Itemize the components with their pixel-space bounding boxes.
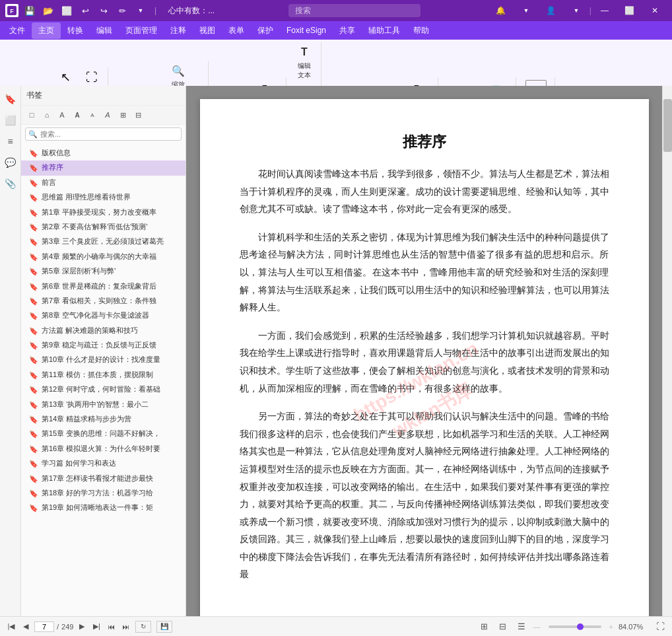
bookmark-search-box: 🔍	[25, 127, 182, 141]
account-dropdown[interactable]: ▼	[564, 0, 588, 21]
menu-comment[interactable]: 注释	[164, 22, 193, 39]
menu-edit[interactable]: 编辑	[90, 22, 119, 39]
search-icon: 🔍	[28, 130, 38, 139]
menu-esign[interactable]: Foxit eSign	[280, 23, 333, 38]
next-section-btn[interactable]: ⏭	[119, 621, 131, 633]
bookmark-item[interactable]: 🔖前言	[21, 176, 185, 190]
panel-header: 书签	[21, 86, 185, 106]
panel-toolbar: □ ⌂ A A A A ⊞ ⊟	[21, 106, 185, 125]
minimize-btn[interactable]: —	[593, 0, 617, 21]
bookmark-item[interactable]: 🔖第13章 '执两用中'的智慧：最小二	[21, 398, 185, 412]
current-page-input[interactable]: 7	[34, 621, 54, 632]
menu-protect[interactable]: 保护	[251, 22, 280, 39]
bm-tool-2[interactable]: ⌂	[40, 108, 53, 122]
dropdown-btn[interactable]: ▼	[133, 3, 148, 18]
close-btn[interactable]: ✕	[643, 0, 667, 21]
menu-accessibility[interactable]: 辅助工具	[362, 22, 407, 39]
bm-tool-3[interactable]: A	[55, 108, 69, 122]
customize-btn[interactable]: ✏	[115, 3, 129, 18]
prev-section-btn[interactable]: ⏮	[105, 621, 117, 633]
bookmark-item[interactable]: 🔖第9章 稳定与疏迁：负反馈与正反馈	[21, 338, 185, 353]
menu-convert[interactable]: 转换	[61, 22, 90, 39]
bookmark-item[interactable]: 🔖第15章 变换的思维：问题不好解决，	[21, 427, 185, 441]
notification-btn[interactable]: 🔔	[489, 0, 513, 21]
rotate-status-btn[interactable]: ↻	[135, 621, 151, 633]
undo-btn[interactable]: ↩	[78, 3, 92, 18]
menu-help[interactable]: 帮助	[407, 22, 436, 39]
menu-view[interactable]: 视图	[193, 22, 222, 39]
search-input[interactable]	[288, 4, 420, 17]
bookmark-item[interactable]: 🔖第3章 三个臭皮匠，无必须顶过诸葛亮	[21, 234, 185, 249]
quick-save-btn[interactable]: 💾	[22, 3, 37, 18]
fullscreen-btn[interactable]: ⛶	[654, 621, 667, 633]
panel-title: 书签	[26, 90, 42, 101]
bookmark-search-input[interactable]	[25, 127, 182, 141]
bookmark-item[interactable]: 🔖第8章 空气净化器与卡尔曼滤波器	[21, 308, 185, 323]
bm-tool-6[interactable]: A	[101, 108, 114, 122]
bookmark-item[interactable]: 🔖第5章 深层剖析'利与弊'	[21, 264, 185, 279]
bookmark-item[interactable]: 🔖第11章 模仿：抓住本质，摆脱限制	[21, 368, 185, 382]
last-page-btn[interactable]: ▶|	[90, 621, 102, 633]
bookmark-item[interactable]: 🔖第16章 模拟退火算：为什么年轻时要	[21, 442, 185, 456]
bookmark-item[interactable]: 🔖第18章 好的学习方法：机器学习给	[21, 486, 185, 501]
quick-open-btn[interactable]: 📂	[41, 3, 55, 18]
single-page-btn[interactable]: ⊞	[478, 621, 491, 633]
bookmark-item-label: 第16章 模拟退火算：为什么年轻时要	[42, 444, 160, 454]
bookmark-item[interactable]: 🔖第7章 看似相关，实则独立：条件独	[21, 294, 185, 308]
bookmark-item[interactable]: 🔖思维篇 用理性思维看待世界	[21, 190, 185, 205]
bookmark-item-label: 第10章 什么才是好的设计：找准度量	[42, 355, 160, 365]
bookmark-item[interactable]: 🔖第1章 平静接受现实，努力改变概率	[21, 205, 185, 220]
menu-form[interactable]: 表单	[222, 22, 251, 39]
quick-btn-3[interactable]: ⬜	[59, 3, 74, 18]
double-page-btn[interactable]: ⊟	[496, 621, 510, 633]
bookmark-item[interactable]: 🔖方法篇 解决难题的策略和技巧	[21, 324, 185, 338]
menu-file[interactable]: 文件	[3, 22, 32, 39]
bookmark-item[interactable]: 🔖推荐序	[21, 160, 185, 175]
bm-tool-7[interactable]: ⊞	[116, 108, 129, 122]
bookmark-item[interactable]: 🔖第10章 什么才是好的设计：找准度量	[21, 353, 185, 367]
side-layers-btn[interactable]: ≡	[3, 133, 18, 149]
bookmark-item-icon: 🔖	[29, 297, 38, 306]
prev-page-btn[interactable]: ◀	[20, 621, 32, 633]
side-attachment-btn[interactable]: 📎	[3, 176, 18, 192]
zoom-thumb[interactable]	[577, 623, 584, 630]
vertical-scrollbar[interactable]	[662, 86, 672, 616]
side-thumbnail-btn[interactable]: ⬜	[3, 112, 18, 128]
account-btn[interactable]: 👤	[539, 0, 563, 21]
bookmark-item-label: 前言	[42, 178, 56, 188]
bookmark-item[interactable]: 🔖版权信息	[21, 146, 185, 160]
bookmark-item[interactable]: 🔖第14章 精益求精与步步为营	[21, 412, 185, 427]
scroll-btn[interactable]: ☰	[515, 621, 528, 633]
bookmark-item[interactable]: 🔖学习篇 如何学习和表达	[21, 456, 185, 471]
bookmark-item-icon: 🔖	[29, 489, 38, 499]
notification-dropdown[interactable]: ▼	[514, 0, 538, 21]
next-page-btn[interactable]: ▶	[76, 621, 88, 633]
titlebar-left: F 💾 📂 ⬜ ↩ ↪ ✏ ▼ | 心中有数：...	[5, 3, 220, 18]
total-pages: 249	[61, 623, 73, 631]
scrollbar-thumb[interactable]	[663, 99, 672, 152]
bm-tool-8[interactable]: ⊟	[131, 108, 145, 122]
bookmark-item[interactable]: 🔖第2章 不要高估'解释'而低估'预测'	[21, 220, 185, 234]
bm-tool-5[interactable]: A	[86, 108, 99, 122]
bookmark-item[interactable]: 🔖第4章 频繁的小确幸与偶尔的大幸福	[21, 250, 185, 264]
bookmark-item[interactable]: 🔖第17章 怎样读书看报才能进步最快	[21, 472, 185, 486]
bookmark-item[interactable]: 🔖第6章 世界是稀疏的：复杂现象背后	[21, 279, 185, 294]
side-comment-btn[interactable]: 💬	[3, 155, 18, 170]
zoom-slider[interactable]	[549, 625, 601, 628]
edittext-btn[interactable]: T 编辑文本	[292, 42, 316, 82]
side-bookmark-btn[interactable]: 🔖	[3, 91, 18, 107]
menu-pagemanage[interactable]: 页面管理	[119, 22, 164, 39]
save-status-btn[interactable]: 💾	[156, 621, 172, 633]
maximize-btn[interactable]: ⬜	[618, 0, 642, 21]
redo-btn[interactable]: ↪	[96, 3, 111, 18]
left-panel: 🔖 ⬜ ≡ 💬 📎	[0, 86, 21, 616]
first-page-btn[interactable]: |◀	[5, 621, 17, 633]
bookmark-item-icon: 🔖	[29, 311, 38, 321]
bm-tool-1[interactable]: □	[25, 108, 38, 122]
menu-share[interactable]: 共享	[333, 22, 362, 39]
bookmark-item[interactable]: 🔖第19章 如何清晰地表达一件事：矩	[21, 501, 185, 515]
bm-tool-4[interactable]: A	[71, 108, 84, 122]
menu-home[interactable]: 主页	[32, 22, 61, 39]
bookmark-item-label: 第19章 如何清晰地表达一件事：矩	[42, 503, 153, 512]
bookmark-item[interactable]: 🔖第12章 何时守成，何时冒险：看基础	[21, 382, 185, 397]
